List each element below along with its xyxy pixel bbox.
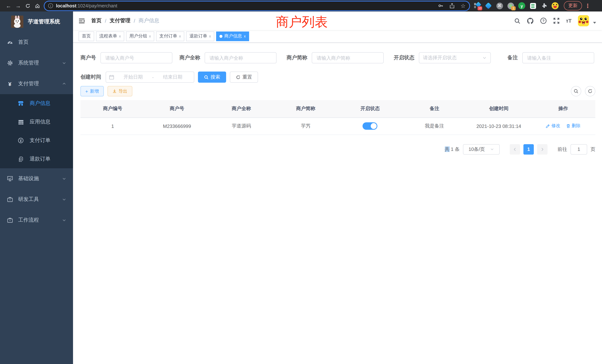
extension-command-icon[interactable]: ⌘ — [496, 2, 503, 9]
address-bar[interactable]: i localhost:1024/pay/merchant ☆ — [44, 1, 469, 10]
tab-pay-orders[interactable]: 支付订单x — [156, 31, 184, 41]
chevron-down-icon — [62, 61, 66, 65]
extension-y-icon[interactable]: y — [518, 2, 525, 9]
goto-label: 前往 — [558, 146, 567, 152]
reset-button[interactable]: 重置 — [230, 72, 258, 83]
extension-recorder-icon[interactable]: 1 — [507, 2, 514, 9]
extension-tabs-icon[interactable]: 10 — [474, 2, 481, 9]
sidebar-logo[interactable]: 芋道管理系统 — [0, 11, 73, 32]
tab-user-group[interactable]: 用户分组x — [126, 31, 154, 41]
merchant-no-input[interactable] — [105, 55, 168, 61]
date-end-placeholder[interactable]: 结束日期 — [154, 74, 191, 80]
col-full-name: 商户全称 — [209, 100, 274, 118]
delete-link[interactable]: 删除 — [566, 123, 580, 129]
password-key-icon[interactable] — [438, 3, 443, 9]
prev-page-button[interactable] — [510, 144, 520, 154]
sidebar-item-workflow[interactable]: 工作流程 — [0, 210, 73, 231]
browser-back-button[interactable]: ← — [4, 1, 13, 11]
close-icon[interactable]: x — [149, 34, 151, 38]
breadcrumb-payment[interactable]: 支付管理 — [110, 17, 130, 24]
top-navbar: 首页 / 支付管理 / 商户信息 ? — [73, 11, 602, 30]
extension-gem-icon[interactable] — [485, 2, 492, 9]
close-icon[interactable]: x — [119, 34, 121, 38]
refresh-button[interactable] — [585, 86, 595, 96]
browser-forward-button[interactable]: → — [13, 1, 23, 11]
monitor-icon — [7, 176, 13, 182]
chrome-update-button[interactable]: 更新 — [564, 1, 582, 10]
sidebar-item-refund-orders[interactable]: 退款订单 — [0, 150, 73, 168]
goto-page-input[interactable] — [570, 144, 587, 154]
remark-label: 备注 — [507, 54, 518, 61]
sidebar-item-pay-orders[interactable]: 支付订单 — [0, 131, 73, 150]
tab-process-form[interactable]: 流程表单x — [96, 31, 124, 41]
short-name-field[interactable] — [312, 52, 384, 63]
grid-icon — [18, 119, 24, 125]
col-actions: 操作 — [531, 100, 595, 118]
create-time-label: 创建时间 — [80, 74, 101, 80]
status-toggle[interactable] — [363, 122, 377, 130]
date-range-picker[interactable]: 开始日期 - 结束日期 — [106, 72, 194, 83]
chevron-down-icon — [62, 218, 66, 222]
logo-image — [11, 16, 23, 28]
add-button[interactable]: + 新增 — [80, 86, 104, 96]
user-avatar[interactable] — [578, 15, 589, 26]
sidebar-item-home[interactable]: 首页 — [0, 32, 73, 53]
edit-link[interactable]: 修改 — [546, 123, 560, 129]
sidebar-item-payment[interactable]: ¥ 支付管理 — [0, 73, 73, 94]
sidebar-item-merchant-info[interactable]: 商户信息 — [0, 94, 73, 113]
github-icon[interactable] — [527, 17, 534, 24]
help-icon[interactable]: ? — [540, 17, 547, 24]
search-button[interactable]: 搜索 — [198, 72, 226, 83]
sidebar-item-system[interactable]: 系统管理 — [0, 53, 73, 73]
page-size-select[interactable]: 10条/页 — [463, 144, 500, 154]
export-button[interactable]: 导出 — [107, 86, 132, 96]
avatar-caret-icon[interactable] — [593, 22, 596, 23]
short-name-input[interactable] — [316, 55, 380, 61]
status-select[interactable]: 请选择开启状态 — [419, 52, 491, 63]
close-icon[interactable]: x — [209, 34, 211, 38]
profile-avatar-icon[interactable] — [552, 2, 559, 9]
browser-reload-button[interactable] — [23, 1, 33, 11]
site-info-icon[interactable]: i — [48, 3, 53, 8]
fullscreen-icon[interactable] — [553, 17, 559, 24]
bookmark-star-icon[interactable]: ☆ — [461, 2, 466, 9]
shop-icon — [18, 100, 24, 106]
extension-docs-icon[interactable] — [529, 2, 536, 9]
trash-icon — [566, 124, 570, 128]
remark-input[interactable] — [526, 55, 590, 61]
tab-home[interactable]: 首页 — [79, 31, 94, 41]
browser-menu-icon[interactable]: ⋮ — [585, 2, 591, 9]
date-start-placeholder[interactable]: 开始日期 — [115, 74, 151, 80]
status-label: 开启状态 — [394, 54, 414, 61]
documents-icon — [18, 156, 24, 162]
remark-field[interactable] — [522, 52, 594, 63]
tab-refund-orders[interactable]: 退款订单x — [186, 31, 214, 41]
full-name-input[interactable] — [209, 55, 272, 61]
font-size-icon[interactable]: ᴛT — [566, 18, 572, 24]
date-separator: - — [151, 74, 155, 80]
breadcrumb-home[interactable]: 首页 — [91, 17, 102, 24]
col-create-time: 创建时间 — [467, 100, 531, 118]
close-icon[interactable]: x — [244, 34, 246, 38]
tab-merchant-info[interactable]: 商户信息x — [216, 31, 249, 41]
full-name-field[interactable] — [205, 52, 277, 63]
plus-icon: + — [85, 88, 88, 94]
sidebar-item-infrastructure[interactable]: 基础设施 — [0, 168, 73, 189]
header-search-icon[interactable] — [514, 18, 520, 24]
svg-text:?: ? — [542, 19, 544, 23]
share-icon[interactable] — [449, 3, 455, 9]
yen-circle-icon — [18, 138, 24, 143]
merchant-no-field[interactable] — [100, 52, 172, 63]
page-number-1[interactable]: 1 — [523, 144, 534, 154]
next-page-button[interactable] — [537, 144, 548, 154]
sidebar-item-dev-tools[interactable]: 研发工具 — [0, 189, 73, 210]
close-icon[interactable]: x — [179, 34, 181, 38]
extensions-puzzle-icon[interactable] — [540, 2, 548, 9]
breadcrumb: 首页 / 支付管理 / 商户信息 — [91, 17, 159, 24]
show-search-button[interactable] — [571, 86, 581, 96]
sidebar-item-app-info[interactable]: 应用信息 — [0, 113, 73, 131]
browser-home-button[interactable] — [33, 1, 42, 11]
tags-view-bar: 首页 流程表单x 用户分组x 支付订单x 退款订单x 商户信息x — [73, 30, 602, 43]
active-dot — [219, 35, 222, 38]
sidebar-toggle-icon[interactable] — [79, 18, 85, 24]
